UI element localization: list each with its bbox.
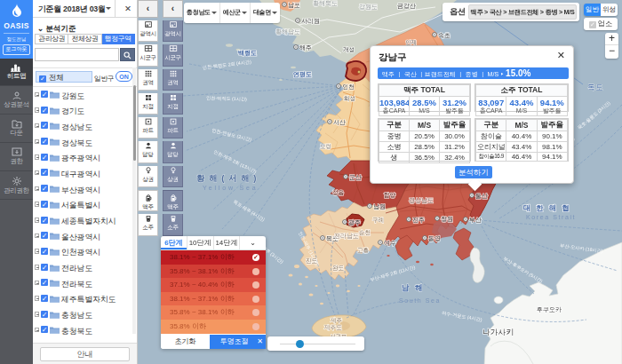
svg-text:남 해: 남 해 (402, 283, 425, 292)
svg-text:황 해 ( 서 해 ): 황 해 ( 서 해 ) (196, 173, 258, 183)
svg-text:Yellow Sea: Yellow Sea (203, 185, 258, 191)
svg-text:진도: 진도 (306, 257, 318, 264)
svg-text:완도: 완도 (332, 265, 345, 271)
svg-text:Korea Strait: Korea Strait (526, 214, 576, 220)
svg-text:South Sea: South Sea (399, 297, 441, 304)
svg-text:여수: 여수 (384, 240, 396, 246)
svg-text:전라남도: 전라남도 (334, 233, 359, 239)
svg-text:고흥: 고흥 (357, 247, 370, 253)
svg-text:경상남도: 경상남도 (409, 197, 434, 204)
svg-text:정읍: 정읍 (332, 189, 345, 196)
svg-text:순천: 순천 (359, 229, 371, 235)
svg-text:대 한 해 협: 대 한 해 협 (523, 204, 571, 212)
svg-text:군산: 군산 (349, 174, 362, 180)
svg-text:남원: 남원 (373, 203, 386, 210)
svg-text:사리원: 사리원 (301, 18, 320, 24)
svg-text:서산: 서산 (333, 119, 346, 125)
svg-text:인제: 인제 (405, 39, 417, 45)
svg-text:나가사키: 나가사키 (482, 328, 514, 336)
svg-text:연평도: 연평도 (293, 71, 312, 78)
svg-text:황해북도: 황해북도 (313, 0, 338, 6)
svg-text:부산: 부산 (469, 217, 482, 223)
svg-text:금강산: 금강산 (397, 3, 416, 9)
svg-text:개성: 개성 (343, 46, 355, 53)
svg-text:해주: 해주 (299, 44, 312, 51)
svg-text:남포: 남포 (288, 2, 300, 8)
svg-text:인천: 인천 (342, 83, 355, 90)
svg-text:화성: 화성 (344, 95, 355, 102)
svg-text:광주: 광주 (348, 219, 361, 226)
svg-text:통영: 통영 (428, 235, 441, 242)
svg-text:제주도: 제주도 (323, 324, 342, 330)
svg-text:백령도: 백령도 (238, 50, 257, 57)
svg-text:울산: 울산 (475, 193, 488, 199)
svg-text:구례: 구례 (372, 217, 384, 223)
svg-text:황해남도: 황해남도 (275, 28, 300, 35)
svg-text:강원도: 강원도 (359, 4, 378, 10)
svg-text:독도: 독도 (587, 83, 603, 91)
svg-text:보령: 보령 (320, 143, 331, 150)
svg-text:함양: 함양 (384, 192, 396, 199)
svg-text:제주: 제주 (331, 317, 342, 323)
svg-text:속초: 속초 (438, 32, 451, 38)
svg-text:후쿠오카: 후쿠오카 (537, 306, 562, 313)
svg-text:진주: 진주 (412, 217, 425, 223)
svg-text:창원: 창원 (441, 216, 453, 222)
